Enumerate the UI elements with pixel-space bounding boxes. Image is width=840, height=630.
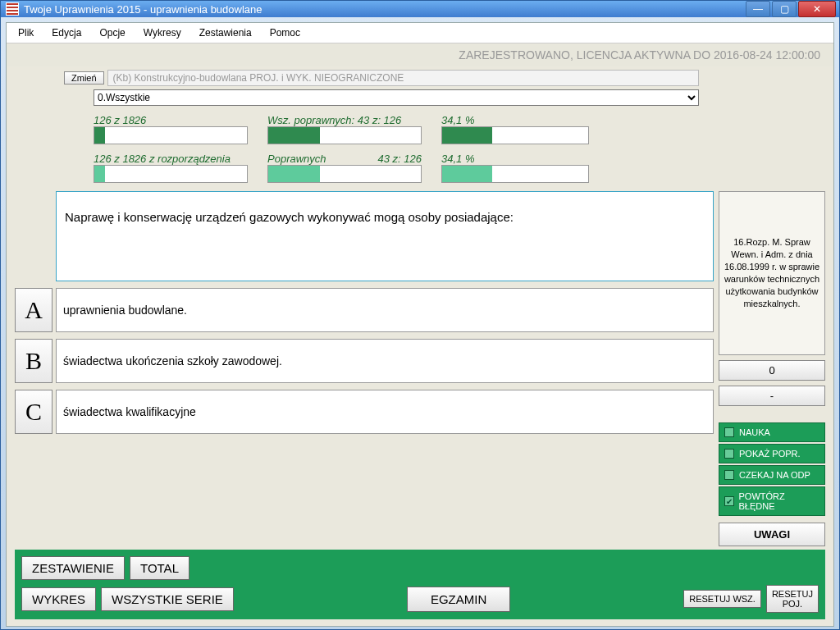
client-area: Plik Edycja Opcje Wykresy Zestawienia Po… [6, 22, 834, 627]
titlebar: Twoje Uprawnienia 2015 - uprawnienia bud… [1, 1, 839, 17]
wykres-button[interactable]: WYKRES [21, 587, 96, 611]
minimize-button[interactable]: — [746, 1, 770, 17]
filter-select[interactable]: 0.Wszystkie [94, 89, 699, 106]
stat2-bot-label-left: Poprawnych [267, 153, 326, 165]
score-dash[interactable]: - [719, 386, 825, 406]
reset-all-button[interactable]: RESETUJ WSZ. [683, 590, 761, 608]
menubar: Plik Edycja Opcje Wykresy Zestawienia Po… [7, 23, 833, 43]
menu-wykresy[interactable]: Wykresy [135, 25, 189, 41]
answer-b-row: B świadectwa ukończenia szkoły zawodowej… [15, 339, 714, 383]
checkbox-icon [724, 470, 734, 480]
wszystkie-serie-button[interactable]: WSZYSTKIE SERIE [101, 587, 234, 611]
filter-row: 0.Wszystkie [94, 89, 699, 106]
answer-c-button[interactable]: C [15, 390, 52, 434]
stat2-top-bar [267, 126, 422, 144]
stat2-top-label: Wsz. poprawnych: 43 z: 126 [267, 114, 422, 126]
stat2-bot-label-right: 43 z: 126 [378, 153, 422, 165]
checkbox-checked-icon [724, 496, 734, 506]
uwagi-button[interactable]: UWAGI [719, 523, 825, 546]
stat3-top-bar [441, 126, 589, 144]
mode-nauka[interactable]: NAUKA [719, 422, 825, 442]
window-title: Twoje Uprawnienia 2015 - uprawnienia bud… [24, 3, 746, 16]
answer-a-button[interactable]: A [15, 288, 52, 332]
change-category-button[interactable]: Zmień [64, 71, 104, 84]
window-buttons: — ▢ ✕ [746, 1, 836, 17]
mode-czekaj[interactable]: CZEKAJ NA ODP [719, 465, 825, 485]
close-button[interactable]: ✕ [798, 1, 836, 17]
stat1-top-bar [94, 126, 248, 144]
reset-one-button[interactable]: RESETUJ POJ. [766, 585, 819, 613]
answer-a-text: uprawnienia budowlane. [56, 288, 714, 332]
bottom-bar: ZESTAWIENIE TOTAL WYKRES WSZYSTKIE SERIE… [15, 550, 825, 619]
stat1-bot-label: 126 z 1826 z rozporządzenia [94, 153, 248, 165]
app-icon [6, 2, 19, 16]
license-status: ZAREJESTROWANO, LICENCJA AKTYWNA DO 2016… [7, 43, 833, 66]
qa-column: Naprawę i konserwację urządzeń gazowych … [15, 191, 714, 546]
stat1-bot-bar [94, 165, 248, 183]
stat3-top-label: 34,1 % [441, 114, 589, 126]
category-readonly: (Kb) Konstrukcyjno-budowlana PROJ. i WYK… [107, 70, 699, 86]
stat1-top-label: 126 z 1826 [94, 114, 248, 126]
zestawienie-button[interactable]: ZESTAWIENIE [21, 556, 125, 580]
reference-box: 16.Rozp. M. Spraw Wewn. i Adm. z dnia 16… [719, 191, 825, 355]
mode-powtorz[interactable]: POWTÓRZ BŁĘDNE [719, 486, 825, 516]
answer-b-button[interactable]: B [15, 339, 52, 383]
app-window: Twoje Uprawnienia 2015 - uprawnienia bud… [0, 0, 840, 630]
menu-edycja[interactable]: Edycja [43, 25, 89, 41]
answer-c-row: C świadectwa kwalifikacyjne [15, 390, 714, 434]
answer-b-text: świadectwa ukończenia szkoły zawodowej. [56, 339, 714, 383]
menu-opcje[interactable]: Opcje [91, 25, 133, 41]
reference-text: 16.Rozp. M. Spraw Wewn. i Adm. z dnia 16… [723, 236, 821, 309]
total-button[interactable]: TOTAL [130, 556, 189, 580]
stats-row: 126 z 1826 126 z 1826 z rozporządzenia W… [94, 114, 589, 188]
question-text: Naprawę i konserwację urządzeń gazowych … [56, 191, 714, 281]
menu-pomoc[interactable]: Pomoc [262, 25, 308, 41]
checkbox-icon [724, 449, 734, 459]
mode-buttons: NAUKA POKAŻ POPR. CZEKAJ NA ODP POWTÓRZ … [719, 422, 825, 516]
stat3-bot-label: 34,1 % [441, 153, 589, 165]
content-row: Naprawę i konserwację urządzeń gazowych … [15, 191, 825, 546]
score-value[interactable]: 0 [719, 360, 825, 381]
category-row: Zmień (Kb) Konstrukcyjno-budowlana PROJ.… [64, 70, 699, 86]
stat2-bot-bar [267, 165, 422, 183]
answer-a-row: A uprawnienia budowlane. [15, 288, 714, 332]
answer-c-text: świadectwa kwalifikacyjne [56, 390, 714, 434]
egzamin-button[interactable]: EGZAMIN [407, 587, 510, 612]
menu-plik[interactable]: Plik [10, 25, 42, 41]
menu-zestawienia[interactable]: Zestawienia [191, 25, 260, 41]
maximize-button[interactable]: ▢ [772, 1, 797, 17]
stat3-bot-bar [441, 165, 589, 183]
workarea: Zmień (Kb) Konstrukcyjno-budowlana PROJ.… [7, 66, 833, 626]
checkbox-icon [724, 427, 734, 437]
side-column: 16.Rozp. M. Spraw Wewn. i Adm. z dnia 16… [719, 191, 825, 546]
mode-pokaz-popr[interactable]: POKAŻ POPR. [719, 444, 825, 463]
